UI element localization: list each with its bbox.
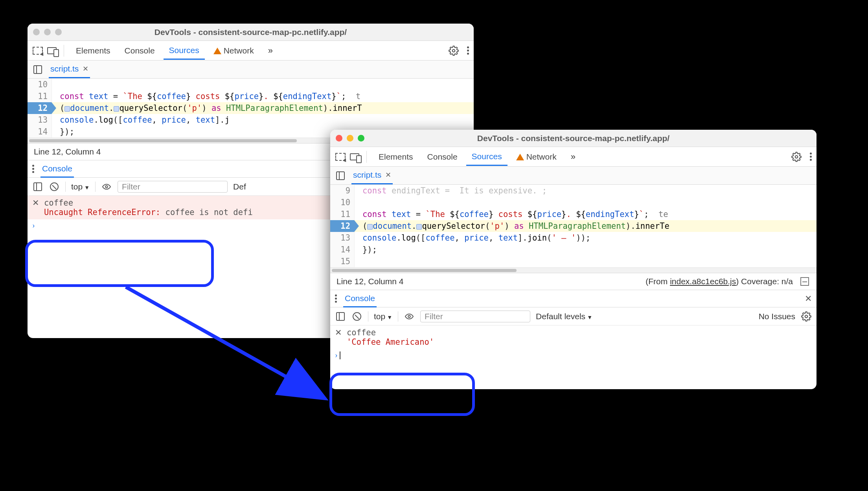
window-controls bbox=[33, 29, 62, 35]
settings-icon[interactable] bbox=[448, 45, 459, 56]
maximize-icon[interactable] bbox=[55, 29, 62, 35]
close-drawer-icon[interactable]: ✕ bbox=[805, 294, 812, 304]
console-filter-input[interactable]: Filter bbox=[420, 311, 530, 322]
console-toolbar: top▼ Filter Default levels▼ No Issues bbox=[330, 307, 817, 325]
drawer-menu-icon[interactable] bbox=[335, 294, 337, 303]
navigator-toggle-icon[interactable] bbox=[32, 64, 43, 75]
tab-sources[interactable]: Sources bbox=[466, 148, 508, 166]
tab-network-label: Network bbox=[526, 152, 557, 162]
drawer-menu-icon[interactable] bbox=[32, 165, 34, 173]
svg-point-1 bbox=[105, 186, 108, 188]
file-tab-label: script.ts bbox=[50, 64, 79, 74]
separator bbox=[64, 45, 64, 57]
clear-entry-icon[interactable]: ✕ bbox=[335, 328, 342, 337]
file-tabs: script.ts ✕ bbox=[28, 61, 474, 79]
log-levels-selector[interactable]: Default levels▼ bbox=[536, 312, 592, 321]
console-result: 'Coffee Americano' bbox=[347, 337, 434, 347]
close-icon[interactable] bbox=[336, 135, 342, 142]
panel-tabs: Elements Console Sources Network » bbox=[330, 147, 817, 167]
gutter-15: 15 bbox=[330, 256, 355, 267]
clear-console-icon[interactable] bbox=[351, 311, 362, 322]
separator bbox=[368, 311, 368, 322]
window-controls bbox=[336, 135, 364, 142]
sidebar-toggle-icon[interactable] bbox=[335, 311, 346, 322]
console-prompt[interactable]: › bbox=[330, 349, 817, 361]
console-entry: ✕ coffee 'Coffee Americano' bbox=[330, 325, 817, 349]
device-toggle-icon[interactable] bbox=[349, 151, 360, 162]
gutter-11: 11 bbox=[28, 90, 52, 102]
console-settings-icon[interactable] bbox=[801, 311, 812, 322]
minimize-icon[interactable] bbox=[347, 135, 353, 142]
close-icon[interactable] bbox=[33, 29, 40, 35]
gutter-12: 12 bbox=[28, 102, 52, 114]
svg-point-4 bbox=[805, 315, 808, 318]
code-editor[interactable]: 9 const endingText = It is expensive. ; … bbox=[330, 185, 817, 273]
tab-elements[interactable]: Elements bbox=[373, 148, 419, 165]
context-selector[interactable]: top▼ bbox=[71, 182, 90, 191]
clear-entry-icon[interactable]: ✕ bbox=[32, 198, 39, 208]
tab-console[interactable]: Console bbox=[119, 42, 160, 59]
devtools-window-front: DevTools - consistent-source-map-pc.netl… bbox=[330, 130, 817, 389]
more-tabs-icon[interactable]: » bbox=[263, 42, 278, 59]
file-tab-label: script.ts bbox=[353, 170, 381, 180]
titlebar: DevTools - consistent-source-map-pc.netl… bbox=[28, 24, 474, 41]
close-tab-icon[interactable]: ✕ bbox=[83, 64, 88, 73]
tab-sources[interactable]: Sources bbox=[164, 42, 205, 60]
console-input-echo: coffee bbox=[347, 328, 434, 337]
inspect-icon[interactable] bbox=[32, 45, 43, 56]
window-title: DevTools - consistent-source-map-pc.netl… bbox=[28, 28, 474, 37]
navigator-toggle-icon[interactable] bbox=[335, 170, 346, 181]
separator bbox=[95, 182, 96, 192]
gutter-14: 14 bbox=[330, 244, 355, 256]
drawer-tab-console[interactable]: Console bbox=[343, 290, 377, 307]
warning-icon bbox=[516, 154, 524, 160]
status-position: Line 12, Column 4 bbox=[337, 277, 403, 286]
console-input-echo: coffee bbox=[44, 198, 253, 208]
minimize-icon[interactable] bbox=[44, 29, 51, 35]
kebab-menu-icon[interactable] bbox=[467, 46, 469, 55]
kebab-menu-icon[interactable] bbox=[810, 153, 812, 161]
tab-console[interactable]: Console bbox=[422, 148, 463, 165]
collapse-icon[interactable] bbox=[799, 276, 810, 287]
status-position: Line 12, Column 4 bbox=[34, 147, 101, 156]
panel-tabs: Elements Console Sources Network » bbox=[28, 41, 474, 61]
more-tabs-icon[interactable]: » bbox=[565, 148, 581, 166]
tab-elements[interactable]: Elements bbox=[70, 42, 116, 59]
gutter-9: 9 bbox=[330, 185, 355, 197]
svg-point-3 bbox=[408, 315, 410, 318]
tab-network[interactable]: Network bbox=[511, 148, 562, 165]
device-toggle-icon[interactable] bbox=[46, 45, 57, 56]
issues-link[interactable]: No Issues bbox=[759, 312, 795, 321]
file-tab-script[interactable]: script.ts ✕ bbox=[49, 61, 90, 78]
sourcemap-link[interactable]: index.a8c1ec6b.js bbox=[670, 277, 736, 286]
separator bbox=[366, 151, 367, 163]
tab-network[interactable]: Network bbox=[208, 42, 259, 59]
close-tab-icon[interactable]: ✕ bbox=[385, 171, 391, 179]
horizontal-scrollbar[interactable] bbox=[330, 267, 817, 273]
status-bar: Line 12, Column 4 (From index.a8c1ec6b.j… bbox=[330, 273, 817, 290]
warning-icon bbox=[213, 48, 221, 54]
gutter-10: 10 bbox=[28, 79, 52, 90]
drawer-tab-console[interactable]: Console bbox=[40, 160, 74, 178]
console-filter-input[interactable]: Filter bbox=[118, 181, 228, 193]
svg-point-2 bbox=[795, 155, 798, 158]
svg-point-0 bbox=[452, 49, 455, 52]
separator bbox=[65, 182, 66, 192]
gutter-10: 10 bbox=[330, 197, 355, 208]
console-error-label: Uncaught ReferenceError: bbox=[44, 208, 160, 217]
log-levels-selector[interactable]: Def bbox=[233, 182, 246, 191]
sidebar-toggle-icon[interactable] bbox=[32, 181, 43, 192]
console-error-detail: coffee is not defi bbox=[166, 208, 253, 217]
inspect-icon[interactable] bbox=[335, 151, 346, 162]
gutter-13: 13 bbox=[28, 114, 52, 126]
live-expression-icon[interactable] bbox=[404, 311, 415, 322]
clear-console-icon[interactable] bbox=[49, 181, 60, 192]
titlebar: DevTools - consistent-source-map-pc.netl… bbox=[330, 130, 817, 147]
context-selector[interactable]: top▼ bbox=[374, 312, 392, 321]
live-expression-icon[interactable] bbox=[101, 181, 112, 192]
settings-icon[interactable] bbox=[791, 151, 802, 162]
gutter-13: 13 bbox=[330, 232, 355, 244]
maximize-icon[interactable] bbox=[358, 135, 364, 142]
window-title: DevTools - consistent-source-map-pc.netl… bbox=[330, 134, 817, 143]
file-tab-script[interactable]: script.ts ✕ bbox=[351, 167, 393, 184]
